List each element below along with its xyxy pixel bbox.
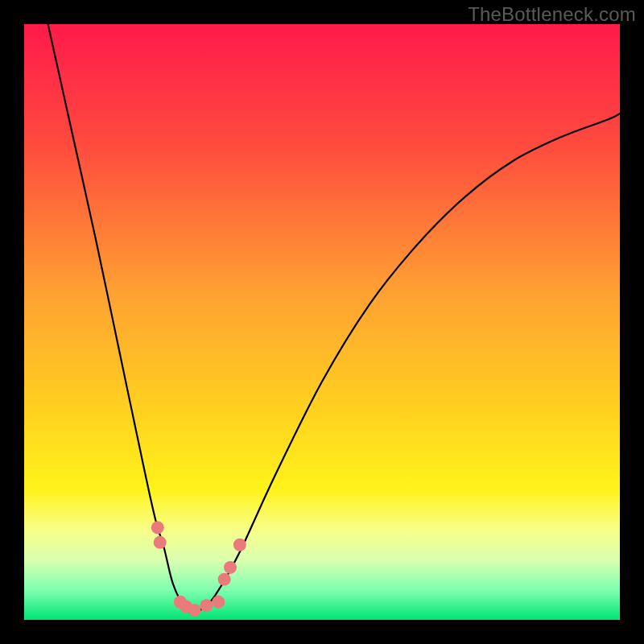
marker-right-lower	[218, 573, 231, 586]
marker-left-lower	[154, 536, 167, 549]
watermark-text: TheBottleneck.com	[468, 3, 636, 26]
marker-bottom-3	[188, 604, 201, 617]
marker-right-upper	[224, 561, 237, 574]
chart-frame: TheBottleneck.com	[0, 0, 644, 644]
marker-left-upper	[151, 521, 164, 534]
marker-bottom-5	[212, 596, 225, 609]
marker-right-top	[233, 539, 246, 551]
marker-bottom-4	[200, 599, 213, 612]
plot-area	[24, 24, 620, 620]
bottleneck-chart-svg	[24, 24, 620, 620]
